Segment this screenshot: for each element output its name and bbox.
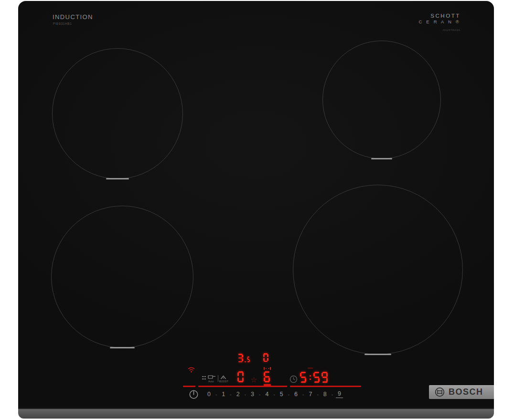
clock-icon[interactable]	[289, 375, 298, 383]
power-level-6[interactable]: 6	[292, 391, 300, 398]
ceran-brand-line: C E R A N ®	[418, 19, 460, 24]
bosch-logo-text: BOSCH	[449, 387, 483, 397]
indicator-line-center	[198, 386, 287, 387]
power-level-1[interactable]: 1	[220, 391, 227, 398]
induction-label: INDUCTION	[53, 13, 93, 21]
cooking-zone-front-right	[293, 185, 463, 355]
slider-separator: -	[245, 392, 246, 397]
zone-front-marker	[106, 178, 129, 180]
indicator-line-right	[290, 386, 361, 387]
zone-front-marker	[371, 158, 392, 160]
slider-separator: -	[302, 392, 304, 397]
slider-separator: -	[215, 392, 217, 397]
power-level-9[interactable]: 9	[336, 390, 343, 398]
bosch-symbol-icon	[435, 387, 445, 397]
power-level-7[interactable]: 7	[307, 391, 314, 398]
cooking-zone-front-left	[51, 206, 193, 348]
boost-function-label[interactable]: BOOST	[219, 380, 228, 383]
display-front-right[interactable]	[264, 371, 272, 382]
glass-type-code: HIGHTRANS	[418, 29, 460, 32]
zone-front-marker	[364, 354, 391, 356]
display-timer[interactable]	[300, 372, 330, 383]
slider-separator: -	[288, 392, 289, 397]
timer-unit-label: min	[308, 367, 313, 369]
power-button[interactable]	[188, 389, 199, 400]
wifi-icon[interactable]	[187, 366, 195, 373]
pan-icon[interactable]	[208, 375, 216, 379]
indicator-line-left	[183, 386, 195, 387]
power-level-2[interactable]: 2	[235, 391, 242, 398]
schott-ceran-logo: SCHOTT C E R A N ® HIGHTRANS	[418, 13, 460, 32]
schott-brand-line: SCHOTT	[418, 13, 460, 19]
slider-separator: -	[332, 392, 333, 397]
power-level-8[interactable]: 8	[321, 391, 329, 398]
zone-marker-icon	[264, 367, 271, 370]
zone-front-marker	[110, 347, 135, 349]
star-icon[interactable]: ☆	[250, 375, 257, 384]
display-back-right[interactable]	[263, 353, 270, 362]
display-back-left[interactable]	[238, 354, 252, 362]
auto-function-label[interactable]: Auto	[208, 380, 214, 383]
power-level-4[interactable]: 4	[263, 391, 270, 398]
slider-separator: -	[259, 392, 260, 397]
cooking-zone-back-right	[322, 41, 441, 159]
power-slider-levels[interactable]: 0-1-2-3-4-5-6-7-8-9	[203, 390, 346, 398]
slider-separator: -	[273, 392, 275, 397]
power-level-3[interactable]: 3	[249, 391, 256, 398]
slider-separator: -	[317, 392, 318, 397]
slider-separator: -	[230, 392, 231, 397]
model-number: PIE631HB1	[53, 22, 72, 25]
cooking-zone-back-left	[52, 48, 183, 179]
power-level-0[interactable]: 0	[205, 391, 213, 398]
display-front-left[interactable]	[237, 371, 246, 382]
grid-icon[interactable]	[202, 376, 206, 380]
bosch-logo-bar: BOSCH	[429, 385, 494, 399]
power-level-5[interactable]: 5	[278, 391, 285, 398]
front-trim-strip	[18, 408, 494, 419]
boost-icon[interactable]	[220, 375, 226, 379]
hob-glass-surface: INDUCTION PIE631HB1 SCHOTT C E R A N ® H…	[18, 1, 494, 409]
panel-divider	[218, 375, 218, 382]
